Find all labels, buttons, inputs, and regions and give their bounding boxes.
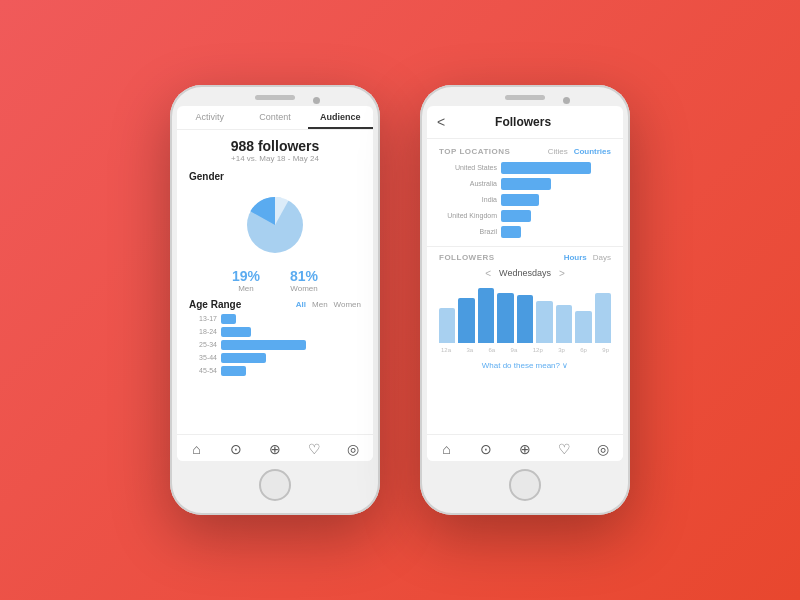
phone-speaker-1 <box>255 95 295 100</box>
location-bar-fill <box>501 178 551 190</box>
gender-title: Gender <box>177 165 373 186</box>
location-bar-fill <box>501 210 531 222</box>
locations-section-row: TOP LOCATIONS Cities Countries <box>439 147 611 156</box>
gender-pie-chart <box>240 190 310 260</box>
age-bar-label: 13-17 <box>189 315 217 322</box>
hour-bar <box>497 293 513 343</box>
screen-content-2: < Followers TOP LOCATIONS Cities Countri… <box>427 106 623 434</box>
hour-bar <box>517 295 533 343</box>
followers-chart-label: FOLLOWERS <box>439 253 495 262</box>
location-bar-row: United Kingdom <box>439 210 611 222</box>
back-button[interactable]: < <box>437 114 445 130</box>
location-bar-label: United Kingdom <box>439 212 497 219</box>
hour-bar <box>478 288 494 343</box>
age-bar-label: 18-24 <box>189 328 217 335</box>
age-bar-row: 18-24 <box>189 327 361 337</box>
location-bars-container: United StatesAustraliaIndiaUnited Kingdo… <box>439 162 611 238</box>
location-filters: Cities Countries <box>548 147 611 156</box>
hour-bars-container <box>439 283 611 343</box>
age-filter-women[interactable]: Women <box>334 300 361 309</box>
women-stat: 81% Women <box>290 268 318 293</box>
hour-bar <box>458 298 474 343</box>
location-bar-row: Brazil <box>439 226 611 238</box>
nav-profile-2[interactable]: ◎ <box>584 441 623 457</box>
filter-cities[interactable]: Cities <box>548 147 568 156</box>
filter-countries[interactable]: Countries <box>574 147 611 156</box>
top-locations: TOP LOCATIONS Cities Countries United St… <box>427 139 623 246</box>
screen-content-1: Activity Content Audience 988 followers … <box>177 106 373 434</box>
age-bar-row: 35-44 <box>189 353 361 363</box>
age-bar-fill <box>221 366 246 376</box>
day-prev[interactable]: < <box>485 268 491 279</box>
nav-heart-2[interactable]: ♡ <box>545 441 584 457</box>
followers-number: 988 followers <box>177 138 373 154</box>
followers-count: 988 followers +14 vs. May 18 - May 24 <box>177 130 373 165</box>
nav-add-1[interactable]: ⊕ <box>255 441 294 457</box>
day-next[interactable]: > <box>559 268 565 279</box>
nav-home-2[interactable]: ⌂ <box>427 441 466 457</box>
gender-section: 19% Men 81% Women <box>177 186 373 293</box>
nav-profile-1[interactable]: ◎ <box>334 441 373 457</box>
age-filters: All Men Women <box>296 300 361 309</box>
day-label: Wednesdays <box>499 268 551 278</box>
age-bar-row: 25-34 <box>189 340 361 350</box>
nav-heart-1[interactable]: ♡ <box>295 441 334 457</box>
hour-6p: 6p <box>580 347 587 353</box>
top-locations-label: TOP LOCATIONS <box>439 147 510 156</box>
nav-home-1[interactable]: ⌂ <box>177 441 216 457</box>
followers-section-row: FOLLOWERS Hours Days <box>439 253 611 262</box>
phone-1: Activity Content Audience 988 followers … <box>170 85 380 515</box>
day-nav: < Wednesdays > <box>439 268 611 279</box>
hour-3p: 3p <box>558 347 565 353</box>
location-bar-label: Australia <box>439 180 497 187</box>
filter-days[interactable]: Days <box>593 253 611 262</box>
hour-9a: 9a <box>511 347 518 353</box>
location-bar-fill <box>501 162 591 174</box>
men-stat: 19% Men <box>232 268 260 293</box>
hour-bar <box>595 293 611 343</box>
location-bar-label: Brazil <box>439 228 497 235</box>
tab-activity[interactable]: Activity <box>177 112 242 129</box>
tab-audience[interactable]: Audience <box>308 112 373 129</box>
home-button-2[interactable] <box>509 469 541 501</box>
hour-labels: 12a 3a 6a 9a 12p 3p 6p 9p <box>439 347 611 353</box>
men-pct: 19% <box>232 268 260 284</box>
location-bar-fill <box>501 226 521 238</box>
women-pct: 81% <box>290 268 318 284</box>
age-bars-container: 13-1718-2425-3435-4445-54 <box>189 314 361 376</box>
age-bar-label: 45-54 <box>189 367 217 374</box>
nav-search-2[interactable]: ⊙ <box>466 441 505 457</box>
phone-screen-2: < Followers TOP LOCATIONS Cities Countri… <box>427 106 623 461</box>
hour-bar <box>536 301 552 343</box>
age-filter-men[interactable]: Men <box>312 300 328 309</box>
location-bar-row: Australia <box>439 178 611 190</box>
tab-content[interactable]: Content <box>242 112 307 129</box>
bottom-nav-2: ⌂ ⊙ ⊕ ♡ ◎ <box>427 434 623 461</box>
location-bar-label: India <box>439 196 497 203</box>
phone-camera-2 <box>563 97 570 104</box>
phone-screen-1: Activity Content Audience 988 followers … <box>177 106 373 461</box>
nav-search-1[interactable]: ⊙ <box>216 441 255 457</box>
location-bar-row: India <box>439 194 611 206</box>
men-label: Men <box>232 284 260 293</box>
tabs-row: Activity Content Audience <box>177 106 373 130</box>
followers-chart-section: FOLLOWERS Hours Days < Wednesdays > 12a … <box>427 246 623 357</box>
hour-bar <box>575 311 591 343</box>
age-bar-fill <box>221 314 236 324</box>
hour-bar <box>439 308 455 343</box>
home-button-1[interactable] <box>259 469 291 501</box>
nav-add-2[interactable]: ⊕ <box>505 441 544 457</box>
age-bar-row: 13-17 <box>189 314 361 324</box>
location-bar-label: United States <box>439 164 497 171</box>
hour-6a: 6a <box>489 347 496 353</box>
filter-hours[interactable]: Hours <box>564 253 587 262</box>
age-filter-all[interactable]: All <box>296 300 306 309</box>
age-bar-label: 35-44 <box>189 354 217 361</box>
phone-camera-1 <box>313 97 320 104</box>
age-range-title: Age Range <box>189 299 241 310</box>
bottom-nav-1: ⌂ ⊙ ⊕ ♡ ◎ <box>177 434 373 461</box>
p2-header: < Followers <box>427 106 623 139</box>
what-link[interactable]: What do these mean? ∨ <box>427 357 623 374</box>
women-label: Women <box>290 284 318 293</box>
hour-12p: 12p <box>533 347 543 353</box>
